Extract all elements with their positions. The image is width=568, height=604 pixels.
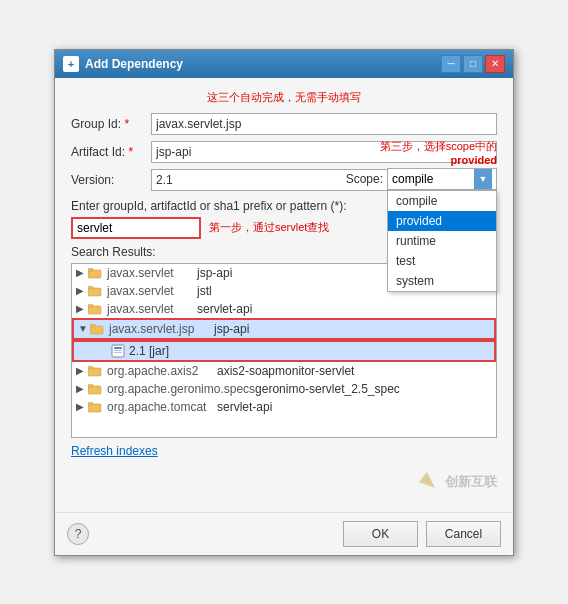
version-item[interactable]: 2.1 [jar] <box>72 340 496 362</box>
artifact-id-required: * <box>128 145 133 159</box>
jar-icon <box>110 344 126 358</box>
result-item[interactable]: ▶ org.apache.tomcat servlet-api <box>72 398 496 416</box>
search-input[interactable] <box>71 217 201 239</box>
item-group: org.apache.geronimo.specs <box>107 382 255 396</box>
titlebar: + Add Dependency ─ □ ✕ <box>55 50 513 78</box>
dialog-content: 这三个自动完成，无需手动填写 Group Id: * Artifact Id: … <box>55 78 513 512</box>
group-id-row: Group Id: * <box>71 113 497 135</box>
titlebar-icon: + <box>63 56 79 72</box>
titlebar-title: Add Dependency <box>85 57 441 71</box>
search-step-hint: 第一步，通过servlet查找 <box>209 220 329 235</box>
svg-rect-3 <box>88 286 93 289</box>
maximize-button[interactable]: □ <box>463 55 483 73</box>
item-artifact: jsp-api <box>214 322 249 336</box>
expand-arrow: ▶ <box>76 401 88 412</box>
scope-hint-line1: 第三步，选择scope中的 <box>380 139 497 154</box>
scope-option-runtime[interactable]: runtime <box>388 231 496 251</box>
folder-icon <box>88 365 104 377</box>
svg-rect-13 <box>88 366 93 369</box>
close-button[interactable]: ✕ <box>485 55 505 73</box>
bottom-bar: ? OK Cancel <box>55 512 513 555</box>
expand-arrow: ▶ <box>76 303 88 314</box>
expand-arrow: ▶ <box>76 267 88 278</box>
add-dependency-dialog: + Add Dependency ─ □ ✕ 这三个自动完成，无需手动填写 Gr… <box>54 49 514 556</box>
result-item[interactable]: ▶ javax.servlet servlet-api <box>72 300 496 318</box>
folder-icon <box>90 323 106 335</box>
scope-select[interactable]: compile ▼ <box>387 168 497 190</box>
item-group: javax.servlet.jsp <box>109 322 214 336</box>
scope-current-value: compile <box>392 172 474 186</box>
ok-button[interactable]: OK <box>343 521 418 547</box>
bottom-left: ? <box>67 523 89 545</box>
expand-arrow: ▶ <box>76 383 88 394</box>
item-group: javax.servlet <box>107 266 197 280</box>
folder-icon <box>88 285 104 297</box>
version-text: 2.1 [jar] <box>129 344 169 358</box>
scope-option-provided[interactable]: provided <box>388 211 496 231</box>
svg-rect-15 <box>88 384 93 387</box>
item-artifact: servlet-api <box>197 302 252 316</box>
titlebar-buttons: ─ □ ✕ <box>441 55 505 73</box>
refresh-indexes-link[interactable]: Refresh indexes <box>71 444 158 458</box>
version-label: Version: <box>71 173 151 187</box>
item-group: org.apache.tomcat <box>107 400 217 414</box>
help-button[interactable]: ? <box>67 523 89 545</box>
cancel-button[interactable]: Cancel <box>426 521 501 547</box>
item-artifact: servlet-api <box>217 400 272 414</box>
item-artifact: axis2-soapmonitor-servlet <box>217 364 354 378</box>
scope-option-test[interactable]: test <box>388 251 496 271</box>
scope-option-compile[interactable]: compile <box>388 191 496 211</box>
item-artifact: jstl <box>197 284 212 298</box>
group-id-required: * <box>124 117 129 131</box>
svg-rect-9 <box>114 347 122 349</box>
svg-rect-1 <box>88 268 93 271</box>
svg-rect-17 <box>88 402 93 405</box>
scope-select-container: compile ▼ compile provided runtime test … <box>387 168 497 190</box>
item-artifact: geronimo-servlet_2.5_spec <box>255 382 400 396</box>
scope-label: Scope: <box>346 172 383 186</box>
group-id-label: Group Id: * <box>71 117 151 131</box>
item-artifact: jsp-api <box>197 266 232 280</box>
folder-icon <box>88 401 104 413</box>
scope-hint-provided: provided <box>451 154 497 166</box>
group-id-input[interactable] <box>151 113 497 135</box>
expand-arrow: ▶ <box>76 365 88 376</box>
bottom-right: OK Cancel <box>343 521 501 547</box>
selected-group-container: ▼ javax.servlet.jsp jsp-api 第二步选择该jar包 <box>72 318 496 340</box>
expand-arrow: ▼ <box>78 323 90 334</box>
svg-rect-7 <box>90 324 95 327</box>
item-group: javax.servlet <box>107 302 197 316</box>
result-item[interactable]: ▶ org.apache.axis2 axis2-soapmonitor-ser… <box>72 362 496 380</box>
svg-rect-5 <box>88 304 93 307</box>
group-id-label-text: Group Id: <box>71 117 121 131</box>
auto-fill-hint: 这三个自动完成，无需手动填写 <box>71 90 497 105</box>
watermark: 创新互联 <box>413 468 497 496</box>
scope-option-system[interactable]: system <box>388 271 496 291</box>
result-item[interactable]: ▶ org.apache.geronimo.specs geronimo-ser… <box>72 380 496 398</box>
folder-icon <box>88 303 104 315</box>
svg-rect-10 <box>114 350 122 351</box>
item-group: javax.servlet <box>107 284 197 298</box>
folder-icon <box>88 267 104 279</box>
artifact-id-label: Artifact Id: * <box>71 145 151 159</box>
result-item-selected[interactable]: ▼ javax.servlet.jsp jsp-api <box>72 318 496 340</box>
svg-rect-11 <box>114 352 122 353</box>
folder-icon <box>88 383 104 395</box>
minimize-button[interactable]: ─ <box>441 55 461 73</box>
scope-dropdown: compile provided runtime test system <box>387 190 497 292</box>
item-group: org.apache.axis2 <box>107 364 217 378</box>
expand-arrow: ▶ <box>76 285 88 296</box>
scope-dropdown-arrow: ▼ <box>474 169 492 189</box>
